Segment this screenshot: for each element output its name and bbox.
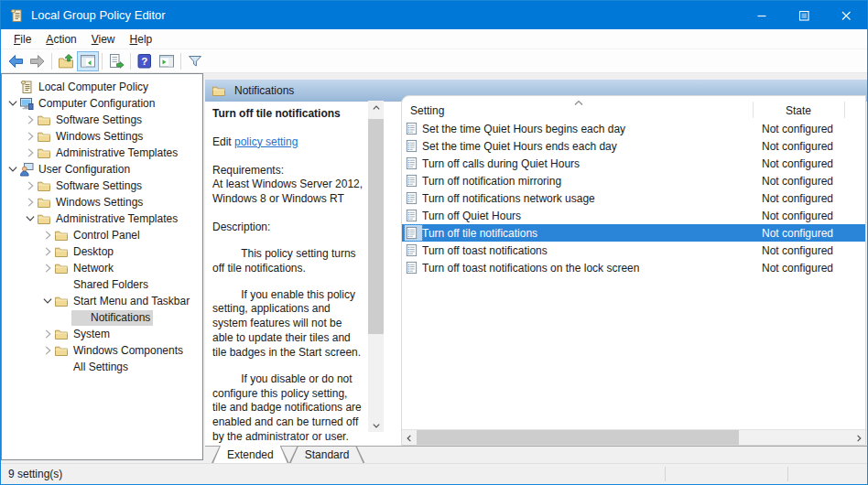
menu-help[interactable]: Help xyxy=(123,31,160,48)
back-button[interactable] xyxy=(5,51,27,71)
chevron-right-icon[interactable] xyxy=(40,244,54,259)
tree-item-software-settings[interactable]: Software Settings xyxy=(2,112,202,128)
scroll-up-arrow[interactable] xyxy=(368,101,384,114)
tree-item-windows-components[interactable]: Windows Components xyxy=(2,342,202,359)
requirements-text: At least Windows Server 2012, Windows 8 … xyxy=(212,178,364,207)
title-bar: Local Group Policy Editor xyxy=(1,1,867,29)
toolbar-separator xyxy=(51,53,52,70)
back-arrow-icon xyxy=(7,53,24,70)
folder-icon xyxy=(54,244,70,259)
chevron-right-icon[interactable] xyxy=(23,113,37,127)
settings-list-panel: Setting State Set the time Quiet Hours b… xyxy=(401,95,866,446)
description-paragraph: If you disable or do not configure this … xyxy=(212,372,364,445)
chevron-right-icon[interactable] xyxy=(23,146,37,160)
pane-header-title: Notifications xyxy=(234,84,294,97)
chevron-down-icon[interactable] xyxy=(40,294,54,308)
export-list-icon xyxy=(108,53,125,70)
filter-button[interactable] xyxy=(184,51,206,71)
folder-icon xyxy=(37,113,52,127)
computer-icon xyxy=(19,96,35,111)
list-item-selected[interactable]: Turn off tile notificationsNot configure… xyxy=(402,224,865,242)
scroll-left-arrow[interactable] xyxy=(402,430,416,446)
list-item[interactable]: Turn off toast notifications on the lock… xyxy=(402,259,865,276)
minimize-button[interactable] xyxy=(741,1,783,29)
tree-item-shared-folders[interactable]: Shared Folders xyxy=(2,276,202,293)
close-icon xyxy=(839,8,853,23)
up-one-level-button[interactable] xyxy=(55,51,77,71)
chevron-right-icon[interactable] xyxy=(40,261,54,275)
chevron-down-icon[interactable] xyxy=(5,96,19,111)
tree-item-system[interactable]: System xyxy=(2,326,202,342)
tree-item-all-settings[interactable]: All Settings xyxy=(2,359,202,375)
action-pane-icon xyxy=(158,53,175,70)
policy-setting-icon xyxy=(405,260,422,275)
tree-item-notifications[interactable]: Notifications xyxy=(2,309,202,326)
scroll-right-arrow[interactable] xyxy=(852,430,865,446)
policy-setting-icon xyxy=(405,190,422,206)
column-header-setting[interactable]: Setting xyxy=(410,104,444,117)
help-button[interactable] xyxy=(134,51,156,71)
chevron-down-icon[interactable] xyxy=(5,162,19,177)
forward-button[interactable] xyxy=(27,51,49,71)
chevron-right-icon[interactable] xyxy=(40,327,54,341)
policy-setting-icon xyxy=(405,156,422,171)
scrollbar-thumb[interactable] xyxy=(368,119,384,334)
folder-icon xyxy=(54,277,70,292)
toolbar xyxy=(1,49,867,73)
detail-vertical-scrollbar[interactable] xyxy=(368,101,384,432)
list-item[interactable]: Turn off Quiet HoursNot configured xyxy=(402,207,865,224)
tree-item-computer-configuration[interactable]: Computer Configuration xyxy=(2,95,202,112)
list-horizontal-scrollbar[interactable] xyxy=(402,429,865,445)
list-item[interactable]: Set the time Quiet Hours begins each day… xyxy=(402,120,865,137)
minimize-icon xyxy=(754,8,769,23)
tree-item-user-administrative-templates[interactable]: Administrative Templates xyxy=(2,210,202,227)
chevron-right-icon[interactable] xyxy=(23,195,37,210)
policy-setting-icon xyxy=(405,121,422,136)
list-item[interactable]: Turn off notification mirroringNot confi… xyxy=(402,172,865,189)
tab-extended[interactable]: Extended xyxy=(212,446,289,463)
tree-item-start-menu-and-taskbar[interactable]: Start Menu and Taskbar xyxy=(2,293,202,309)
tree-item-user-windows-settings[interactable]: Windows Settings xyxy=(2,194,202,210)
policy-setting-icon xyxy=(405,225,422,241)
maximize-button[interactable] xyxy=(783,1,825,29)
list-item[interactable]: Turn off toast notificationsNot configur… xyxy=(402,242,865,259)
column-header-state[interactable]: State xyxy=(753,104,844,117)
chevron-right-icon[interactable] xyxy=(23,178,37,193)
edit-policy-setting-link[interactable]: policy setting xyxy=(234,135,298,148)
show-console-tree-button[interactable] xyxy=(77,51,99,71)
scroll-down-arrow[interactable] xyxy=(368,418,384,432)
folder-icon xyxy=(37,178,52,193)
list-item[interactable]: Set the time Quiet Hours ends each dayNo… xyxy=(402,137,865,155)
tree-item-local-computer-policy[interactable]: Local Computer Policy xyxy=(2,79,202,95)
tree-item-user-configuration[interactable]: User Configuration xyxy=(2,161,202,178)
tree-item-administrative-templates[interactable]: Administrative Templates xyxy=(2,145,202,161)
tree-item-windows-settings[interactable]: Windows Settings xyxy=(2,128,202,145)
tree-item-user-software-settings[interactable]: Software Settings xyxy=(2,178,202,194)
list-item[interactable]: Turn off notifications network usageNot … xyxy=(402,189,865,207)
folder-icon xyxy=(54,261,70,275)
chevron-down-icon[interactable] xyxy=(23,211,37,226)
menu-view[interactable]: View xyxy=(84,31,123,48)
folder-icon xyxy=(71,310,87,325)
list-item[interactable]: Turn off calls during Quiet HoursNot con… xyxy=(402,155,865,172)
menu-action[interactable]: Action xyxy=(38,31,83,48)
policy-setting-icon xyxy=(405,173,422,189)
tree-item-desktop[interactable]: Desktop xyxy=(2,243,202,260)
tab-standard[interactable]: Standard xyxy=(289,446,365,463)
status-text: 9 setting(s) xyxy=(8,468,62,480)
tree-item-control-panel[interactable]: Control Panel xyxy=(2,227,202,243)
menu-file[interactable]: File xyxy=(6,31,38,48)
chevron-right-icon[interactable] xyxy=(40,343,54,358)
close-button[interactable] xyxy=(825,1,867,29)
status-bar: 9 setting(s) xyxy=(1,463,867,484)
view-tab-strip: Extended Standard xyxy=(205,446,867,463)
export-list-button[interactable] xyxy=(105,51,127,71)
folder-icon xyxy=(37,211,52,226)
show-action-pane-button[interactable] xyxy=(156,51,178,71)
console-tree-icon xyxy=(80,53,96,70)
tree-item-network[interactable]: Network xyxy=(2,260,202,276)
scrollbar-thumb[interactable] xyxy=(417,430,739,445)
chevron-right-icon[interactable] xyxy=(23,129,37,144)
chevron-right-icon[interactable] xyxy=(40,228,54,242)
app-scroll-icon[interactable] xyxy=(9,8,24,23)
